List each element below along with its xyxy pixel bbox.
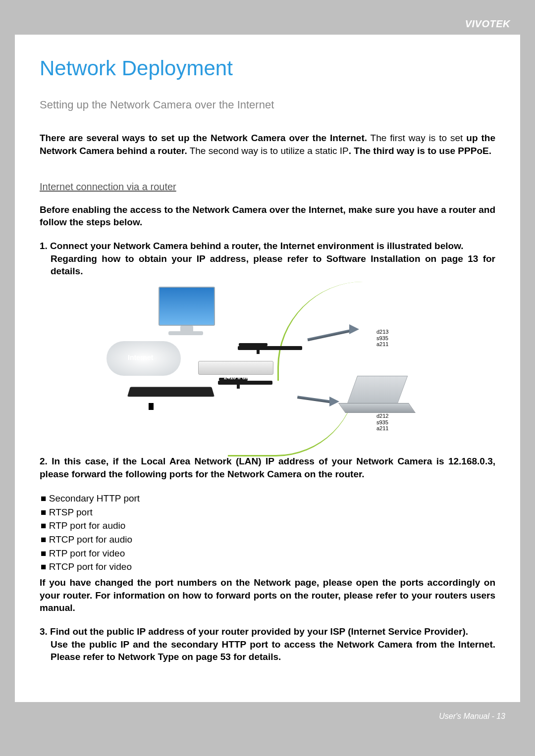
camera-1-labels: d213 s935 a211 — [376, 329, 388, 348]
step-2: 2. In this case, if the Local Area Netwo… — [40, 455, 495, 480]
port-item: ■ RTP port for video — [41, 547, 495, 560]
brand-header: VIVOTEK — [15, 15, 520, 35]
page-subtitle: Setting up the Network Camera over the I… — [40, 98, 495, 112]
section-heading: Internet connection via a router — [40, 180, 176, 194]
step-1-line-1: 1. Connect your Network Camera behind a … — [40, 240, 495, 252]
content-sheet: Network Deployment Setting up the Networ… — [15, 35, 520, 702]
port-item: ■ RTCP port for video — [41, 560, 495, 573]
lap-a: a211 — [376, 425, 388, 432]
port-item: ■ RTCP port for audio — [41, 533, 495, 546]
camera-2-label: 2410 II dIlnn — [224, 374, 255, 381]
laptop-labels: d212 s935 a211 — [376, 413, 388, 432]
page: VIVOTEK Network Deployment Setting up th… — [0, 0, 535, 756]
modem-foot — [149, 403, 154, 410]
arrow-2-head-icon — [329, 397, 339, 406]
arrow-1-head-icon — [349, 324, 359, 334]
port-note: If you have changed the port numbers on … — [40, 576, 495, 614]
monitor-base — [168, 331, 203, 335]
lap-s: s935 — [376, 419, 388, 426]
modem-icon — [127, 387, 214, 397]
step-1-line-2: Regarding how to obtain your IP address,… — [51, 252, 495, 278]
page-footer: User's Manual - 13 — [15, 702, 520, 722]
network-diagram: Internet d213 s935 a211 2410 II dIlnn — [99, 287, 436, 440]
intro-bold-1: There are several ways to set up the Net… — [40, 133, 367, 143]
camera-1-icon — [238, 346, 302, 350]
cam1-d: d213 — [376, 329, 388, 335]
router-icon — [198, 361, 273, 375]
cam1-s: s935 — [376, 335, 388, 342]
lap-d: d212 — [376, 413, 388, 419]
port-item: ■ RTP port for audio — [41, 519, 495, 532]
intro-text-1: The first way is to set — [367, 133, 466, 143]
port-item: ■ RTSP port — [41, 506, 495, 519]
monitor-icon — [159, 287, 215, 326]
intro-text-2: The second way is to utilize a static IP — [187, 146, 349, 156]
step-3-line-1: 3. Find out the public IP address of you… — [40, 625, 495, 638]
step-3-line-2: Use the public IP and the secondary HTTP… — [51, 638, 495, 663]
internet-cloud-label: Internet — [128, 353, 153, 362]
before-note: Before enabling the access to the Networ… — [40, 203, 495, 229]
port-item: ■ Secondary HTTP port — [41, 492, 495, 505]
intro-paragraph: There are several ways to set up the Net… — [40, 132, 495, 157]
intro-bold-3: . The third way is to use PPPoE. — [349, 146, 491, 156]
cam1-a: a211 — [376, 341, 388, 348]
laptop-icon — [342, 376, 411, 415]
camera-2-icon — [218, 381, 272, 385]
port-list: ■ Secondary HTTP port ■ RTSP port ■ RTP … — [41, 492, 495, 573]
page-title: Network Deployment — [40, 54, 495, 83]
